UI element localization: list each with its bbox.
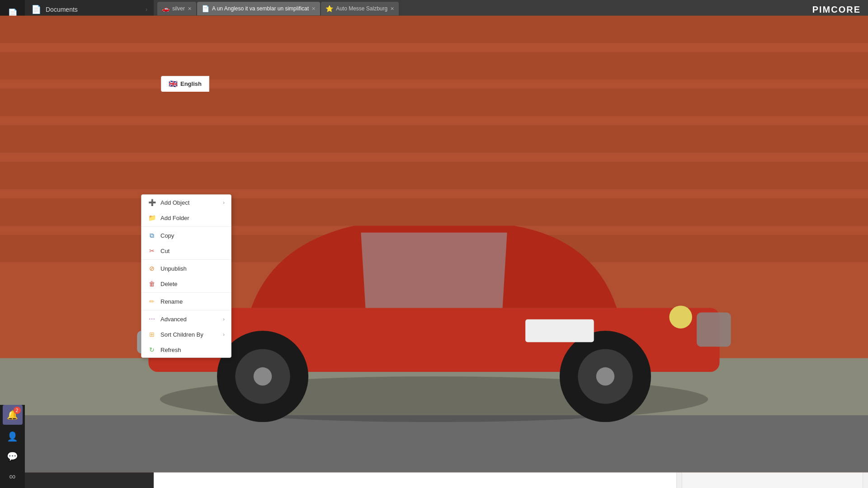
context-menu: ➕ Add Object › 📁 Add Folder ⧉ Copy ✂ Cut… [141,194,231,358]
ctx-sort-children-arrow: › [223,332,225,337]
notification-bell[interactable]: 🔔 2 [3,405,23,425]
ctx-sort-children-icon: ⊞ [148,330,156,338]
ctx-advanced[interactable]: ⋯ Advanced › [142,311,231,327]
flag-english: 🇬🇧 [169,80,178,88]
notification-badge: 2 [14,407,21,414]
ctx-cut-icon: ✂ [148,247,156,255]
ctx-add-folder[interactable]: 📁 Add Folder [142,210,231,225]
svg-rect-24 [687,239,858,262]
ctx-cut-label: Cut [160,248,170,254]
lang-tab-english[interactable]: 🇬🇧 English [161,76,209,92]
ctx-delete[interactable]: 🗑 Delete [142,276,231,291]
ctx-unpublish[interactable]: ⊘ Unpublish [142,261,231,276]
sidebar-chat-icon[interactable]: 💬 [3,446,23,466]
ctx-rename[interactable]: ✏ Rename [142,294,231,309]
gallery-image-2 [687,239,858,329]
ctx-sep-1 [142,226,231,227]
ctx-copy-icon: ⧉ [148,231,156,239]
ctx-sep-3 [142,292,231,293]
ctx-advanced-label: Advanced [160,316,187,323]
ctx-rename-label: Rename [160,298,183,305]
content-area: Base Data 🇬🇧 English 🇩🇪 German 🇫🇷 French [154,55,868,488]
ctx-add-folder-icon: 📁 [148,214,156,222]
ctx-add-object[interactable]: ➕ Add Object › [142,195,231,210]
gallery-panel: Date: 📅 ▼ Gallery + 🔍 ✕ ◀ ▶ + ✕ ⤢ [682,55,863,488]
ctx-add-object-arrow: › [223,200,225,205]
chat-icon: 💬 [7,451,18,462]
ctx-refresh-label: Refresh [160,347,181,353]
sidebar-user-icon[interactable]: 👤 [3,427,23,446]
ctx-advanced-icon: ⋯ [148,315,156,323]
ctx-unpublish-label: Unpublish [160,265,187,272]
car-image-placeholder-2 [687,239,858,329]
ctx-cut[interactable]: ✂ Cut [142,243,231,258]
ctx-advanced-arrow: › [223,316,225,322]
ctx-sep-4 [142,310,231,310]
label-english: English [180,80,202,87]
ctx-rename-icon: ✏ [148,297,156,305]
ctx-sort-children[interactable]: ⊞ Sort Children By › [142,327,231,342]
ctx-add-object-icon: ➕ [148,198,156,206]
sidebar-infinity-icon[interactable]: ∞ [3,466,23,486]
infinity-icon: ∞ [9,471,15,482]
ctx-sep-2 [142,259,231,260]
ctx-sort-children-label: Sort Children By [160,331,203,338]
ctx-unpublish-icon: ⊘ [148,264,156,272]
ctx-add-object-label: Add Object [160,199,189,206]
ctx-delete-icon: 🗑 [148,280,156,288]
ctx-copy-label: Copy [160,232,174,239]
ctx-copy[interactable]: ⧉ Copy [142,228,231,243]
ctx-delete-label: Delete [160,281,178,287]
ctx-refresh[interactable]: ↻ Refresh [142,342,231,357]
ctx-refresh-icon: ↻ [148,346,156,354]
user-bottom-icon: 👤 [7,431,18,442]
ctx-add-folder-label: Add Folder [160,215,189,221]
svg-rect-29 [697,313,731,329]
